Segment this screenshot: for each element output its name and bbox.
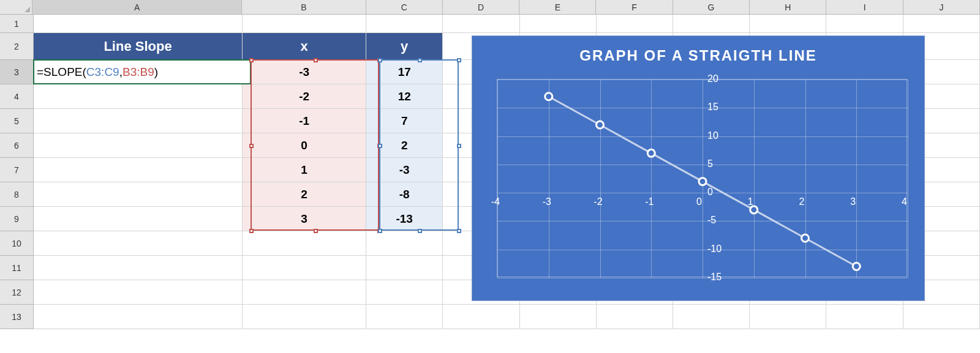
gridline-h bbox=[497, 278, 908, 278]
cell-C5[interactable]: 7 bbox=[366, 109, 443, 133]
cell-C6[interactable]: 2 bbox=[366, 133, 443, 158]
column-headers: ABCDEFGHIJ bbox=[0, 0, 980, 15]
col-header-E[interactable]: E bbox=[519, 0, 596, 15]
cell-C7[interactable]: -3 bbox=[366, 158, 443, 182]
cell-A12[interactable] bbox=[34, 280, 243, 305]
cell-B11[interactable] bbox=[243, 256, 366, 280]
row-header-9[interactable]: 9 bbox=[0, 207, 34, 231]
cell-C11[interactable] bbox=[366, 256, 443, 280]
col-header-A[interactable]: A bbox=[32, 0, 242, 15]
data-point[interactable] bbox=[853, 262, 860, 270]
col-header-G[interactable]: G bbox=[673, 0, 750, 15]
col-header-J[interactable]: J bbox=[903, 0, 980, 15]
cell-C2[interactable]: y bbox=[366, 33, 443, 60]
cell-C12[interactable] bbox=[366, 280, 443, 305]
cell-F1[interactable] bbox=[597, 15, 673, 33]
cell-A11[interactable] bbox=[34, 256, 243, 280]
row-header-6[interactable]: 6 bbox=[0, 133, 34, 158]
cell-A6[interactable] bbox=[34, 133, 243, 158]
cell-D13[interactable] bbox=[443, 305, 519, 329]
cell-J1[interactable] bbox=[903, 15, 980, 33]
cell-B1[interactable] bbox=[243, 15, 366, 33]
row-header-4[interactable]: 4 bbox=[0, 84, 34, 109]
cell-I1[interactable] bbox=[826, 15, 903, 33]
col-header-I[interactable]: I bbox=[826, 0, 903, 15]
cell-G13[interactable] bbox=[673, 305, 750, 329]
row-header-3[interactable]: 3 bbox=[0, 60, 34, 84]
cell-B7[interactable]: 1 bbox=[243, 158, 366, 182]
cell-G1[interactable] bbox=[673, 15, 750, 33]
row-header-13[interactable]: 13 bbox=[0, 305, 34, 329]
col-header-B[interactable]: B bbox=[242, 0, 366, 15]
cell-B10[interactable] bbox=[243, 231, 366, 256]
cell-B2[interactable]: x bbox=[243, 33, 366, 60]
cell-J13[interactable] bbox=[903, 305, 980, 329]
row-header-12[interactable]: 12 bbox=[0, 280, 34, 305]
data-point[interactable] bbox=[699, 178, 706, 185]
data-point[interactable] bbox=[750, 206, 758, 214]
cell-A3[interactable] bbox=[34, 60, 243, 84]
cell-C8[interactable]: -8 bbox=[366, 182, 443, 207]
cell-B13[interactable] bbox=[243, 305, 366, 329]
cell-B12[interactable] bbox=[243, 280, 366, 305]
cell-A9[interactable] bbox=[34, 207, 243, 231]
cell-B4[interactable]: -2 bbox=[243, 84, 366, 109]
cell-A4[interactable] bbox=[34, 84, 243, 109]
data-point[interactable] bbox=[647, 149, 655, 157]
cell-C3[interactable]: 17 bbox=[366, 60, 443, 84]
cell-A2[interactable]: Line Slope bbox=[34, 33, 243, 60]
col-header-H[interactable]: H bbox=[750, 0, 826, 15]
cell-C13[interactable] bbox=[366, 305, 443, 329]
cell-A10[interactable] bbox=[34, 231, 243, 256]
gridline-v bbox=[908, 80, 908, 278]
spreadsheet: ABCDEFGHIJ 12345678910111213 Line Slopex… bbox=[0, 0, 980, 353]
chart-title: GRAPH OF A STRAIGTH LINE bbox=[472, 36, 924, 70]
cell-E13[interactable] bbox=[520, 305, 597, 329]
row-header-10[interactable]: 10 bbox=[0, 231, 34, 256]
cell-H1[interactable] bbox=[750, 15, 826, 33]
cell-B9[interactable]: 3 bbox=[243, 207, 366, 231]
col-header-D[interactable]: D bbox=[443, 0, 519, 15]
data-point[interactable] bbox=[802, 234, 809, 242]
cell-A8[interactable] bbox=[34, 182, 243, 207]
cell-A13[interactable] bbox=[34, 305, 243, 329]
col-header-F[interactable]: F bbox=[596, 0, 673, 15]
cell-C1[interactable] bbox=[366, 15, 443, 33]
cell-C9[interactable]: -13 bbox=[366, 207, 443, 231]
data-point[interactable] bbox=[545, 93, 552, 100]
col-header-C[interactable]: C bbox=[366, 0, 443, 15]
cell-B5[interactable]: -1 bbox=[243, 109, 366, 133]
row-headers: 12345678910111213 bbox=[0, 15, 34, 329]
cell-B8[interactable]: 2 bbox=[243, 182, 366, 207]
cell-B6[interactable]: 0 bbox=[243, 133, 366, 158]
row-header-5[interactable]: 5 bbox=[0, 109, 34, 133]
cell-A1[interactable] bbox=[34, 15, 243, 33]
cell-C4[interactable]: 12 bbox=[366, 84, 443, 109]
cell-H13[interactable] bbox=[750, 305, 826, 329]
cell-D1[interactable] bbox=[443, 15, 519, 33]
cell-C10[interactable] bbox=[366, 231, 443, 256]
chart[interactable]: GRAPH OF A STRAIGTH LINE -4-3-2-101234-1… bbox=[472, 35, 925, 301]
cell-A5[interactable] bbox=[34, 109, 243, 133]
chart-series bbox=[497, 80, 908, 278]
row-header-1[interactable]: 1 bbox=[0, 15, 34, 33]
cell-A7[interactable] bbox=[34, 158, 243, 182]
row-header-2[interactable]: 2 bbox=[0, 33, 34, 60]
cell-B3[interactable]: -3 bbox=[243, 60, 366, 84]
cell-E1[interactable] bbox=[520, 15, 597, 33]
cell-I13[interactable] bbox=[826, 305, 903, 329]
select-all-corner[interactable] bbox=[0, 0, 32, 15]
chart-plot-area: -4-3-2-101234-15-10-505101520 bbox=[497, 79, 907, 277]
row-header-7[interactable]: 7 bbox=[0, 158, 34, 182]
cell-F13[interactable] bbox=[597, 305, 673, 329]
row-header-8[interactable]: 8 bbox=[0, 182, 34, 207]
data-point[interactable] bbox=[597, 121, 604, 128]
row-header-11[interactable]: 11 bbox=[0, 256, 34, 280]
